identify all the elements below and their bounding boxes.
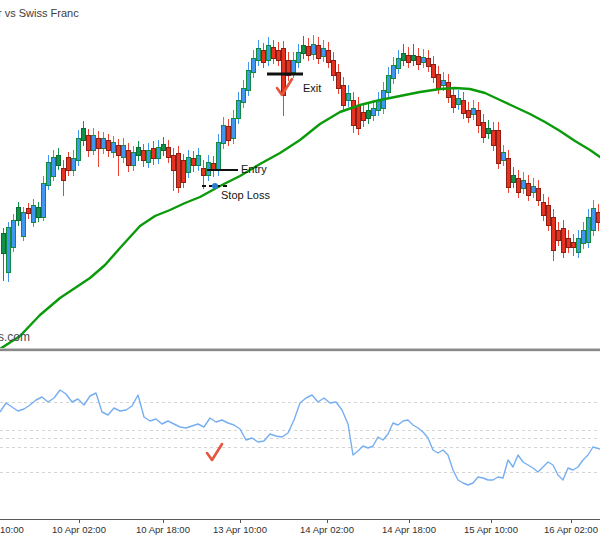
main-price-chart[interactable]: r vs Swiss Franc s.com Entry Stop Loss E… [0,0,600,348]
candle-body [322,48,326,56]
candle-body [172,155,176,170]
candle-body [247,70,251,90]
candle-body [47,162,51,185]
candle-body [77,138,81,160]
candle-body [592,208,596,230]
candle-body [477,110,481,125]
candle-body [517,178,521,192]
candle-body [97,138,101,148]
time-axis-label: 16 Apr 02:00 [544,524,598,535]
candle-body [487,128,491,133]
candle-body [372,108,376,115]
candle-body [527,183,531,195]
time-axis-tick [327,520,328,523]
entry-label: Entry [241,163,267,175]
candle-body [277,50,281,60]
candle-body [482,122,486,137]
candle-body [207,162,211,175]
candle-body [407,55,411,62]
oscillator-line [0,390,600,485]
candle-body [387,75,391,92]
candle-body [597,212,600,222]
candle-body [472,108,476,114]
stop-loss-label: Stop Loss [221,189,270,201]
candle-body [187,157,191,172]
time-axis-label: 10 Apr 18:00 [136,524,190,535]
candle-body [542,202,546,215]
time-axis-label: 13 Apr 10:00 [213,524,267,535]
time-axis-tick [240,520,241,523]
candle-body [312,44,316,54]
candle-body [327,50,331,62]
candle-body [67,157,71,170]
candle-body [272,47,276,58]
candle-body [107,140,111,150]
candle-body [237,100,241,118]
candle-body [352,100,356,125]
candle-body [212,163,216,170]
candle-body [27,208,31,213]
candle-body [202,168,206,175]
candle-body [117,145,121,155]
symbol-title: r vs Swiss Franc [0,7,79,19]
candle-body [127,150,131,165]
candle-body [22,212,26,236]
candle-body [82,128,86,140]
candle-body [12,220,16,247]
candle-body [292,60,296,72]
candle-body [177,153,181,187]
candle-body [42,183,46,217]
candle-body [567,238,571,247]
candle-body [162,144,166,150]
candle-body [72,158,76,170]
candle-body [122,145,126,157]
oscillator-chart-canvas[interactable] [0,352,600,519]
candle-body [582,230,586,243]
candle-body [332,60,336,75]
candle-body [242,88,246,102]
stop-loss-dot-icon [212,183,218,189]
candle-body [267,45,271,60]
candle-body [252,58,256,72]
candle-body [562,228,566,252]
indicator-panel[interactable] [0,352,600,519]
candle-body [132,152,136,165]
candle-body [397,58,401,68]
candle-body [142,150,146,160]
candle-body [392,65,396,78]
candle-body [367,110,371,118]
candle-body [227,126,231,140]
candle-body [157,147,161,158]
candle-body [7,227,11,272]
candle-body [17,207,21,220]
candle-body [442,80,446,85]
checkmark-icon [207,444,222,460]
candle-body [572,242,576,247]
candle-body [182,160,186,182]
candle-body [192,158,196,165]
candle-body [502,152,506,160]
candle-body [457,98,461,104]
candle-body [507,158,511,187]
candle-body [57,155,61,165]
candle-body [577,238,581,252]
time-axis-label: 14 Apr 18:00 [382,524,436,535]
candle-body [402,53,406,60]
candle-body [232,118,236,138]
watermark-text: s.com [0,330,30,344]
candle-body [337,72,341,88]
candle-body [147,150,151,162]
candle-body [512,175,516,182]
candle-body [492,130,496,145]
candle-body [87,135,91,150]
candle-body [167,147,171,157]
candle-body [217,142,221,170]
candle-body [452,95,456,107]
candle-body [37,207,41,217]
candle-body [467,110,471,117]
candlestick-chart-canvas[interactable] [0,0,600,348]
time-axis-tick [163,520,164,523]
time-axis[interactable]: 10:0010 Apr 02:0010 Apr 18:0013 Apr 10:0… [0,519,600,540]
candle-body [92,135,96,150]
candle-body [417,56,421,64]
